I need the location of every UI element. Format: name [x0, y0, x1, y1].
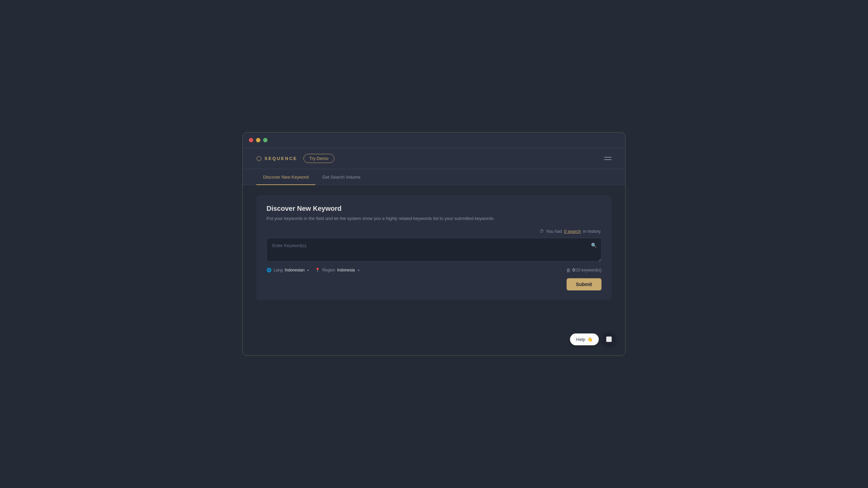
hamburger-menu[interactable]	[604, 157, 612, 160]
lang-label: Lang	[274, 268, 283, 272]
logo: ⬡ SEQUENCE	[256, 155, 297, 162]
keyword-count-unit: keyword(s)	[581, 268, 601, 272]
region-icon: 📍	[315, 268, 320, 272]
options-left: 🌐 Lang Indonesian ▾ 📍 Region Indonesia ▾	[267, 268, 359, 272]
history-count[interactable]: 0 search	[564, 229, 581, 234]
tabs-bar: Discover New Keyword Get Search Volume	[243, 169, 625, 185]
traffic-lights	[249, 138, 268, 142]
logo-icon: ⬡	[256, 155, 262, 162]
keyword-textarea[interactable]	[267, 238, 601, 262]
lang-chevron-icon: ▾	[307, 268, 309, 272]
region-label: Region	[322, 268, 335, 272]
submit-button[interactable]: Submit	[567, 278, 601, 290]
lang-icon: 🌐	[267, 268, 272, 272]
help-button[interactable]: Help 👋	[570, 333, 599, 345]
hamburger-line-1	[604, 157, 612, 158]
clock-icon: ⏱	[539, 229, 544, 234]
tab-search-volume[interactable]: Get Search Volume	[315, 169, 367, 185]
traffic-light-yellow	[256, 138, 260, 142]
keyword-count: 0/10 keyword(s)	[573, 268, 601, 272]
logo-text: SEQUENCE	[264, 156, 297, 161]
search-history-row: ⏱ You had 0 search in history.	[267, 229, 601, 234]
card-title: Discover New Keyword	[267, 205, 601, 212]
navbar: ⬡ SEQUENCE Try Demo	[243, 148, 625, 169]
browser-content: ⬡ SEQUENCE Try Demo Discover New Keyword…	[243, 148, 625, 355]
navbar-left: ⬡ SEQUENCE Try Demo	[256, 154, 334, 163]
browser-window: ⬡ SEQUENCE Try Demo Discover New Keyword…	[242, 132, 626, 356]
history-prefix: You had	[546, 229, 562, 234]
tab-discover-keyword[interactable]: Discover New Keyword	[256, 169, 315, 185]
options-row: 🌐 Lang Indonesian ▾ 📍 Region Indonesia ▾	[267, 268, 601, 273]
keyword-input-wrapper: 🔍 ⌟	[267, 238, 601, 263]
lang-select-group: 🌐 Lang Indonesian ▾	[267, 268, 309, 272]
card-subtitle: Put your keywords in the field and let t…	[267, 215, 601, 222]
keyword-card: Discover New Keyword Put your keywords i…	[256, 195, 612, 300]
keyword-count-max: 10	[576, 268, 580, 272]
try-demo-button[interactable]: Try Demo	[303, 154, 334, 163]
help-widget: Help 👋	[570, 332, 616, 346]
main-content: Discover New Keyword Put your keywords i…	[243, 185, 625, 355]
region-chevron-icon: ▾	[358, 268, 359, 272]
traffic-light-red	[249, 138, 253, 142]
help-label: Help	[576, 337, 585, 342]
search-icon: 🔍	[591, 243, 597, 248]
chat-button[interactable]	[602, 332, 616, 346]
options-right: 🗑 0/10 keyword(s)	[566, 268, 601, 273]
lang-value: Indonesian	[285, 268, 305, 272]
traffic-light-green	[263, 138, 268, 142]
chat-icon	[606, 337, 612, 342]
submit-row: Submit	[267, 278, 601, 290]
hamburger-line-2	[604, 159, 612, 160]
help-emoji-icon: 👋	[587, 337, 593, 342]
history-suffix: in history.	[583, 229, 601, 234]
region-select-group: 📍 Region Indonesia ▾	[315, 268, 359, 272]
resize-handle: ⌟	[599, 258, 600, 262]
browser-titlebar	[243, 133, 625, 148]
trash-icon[interactable]: 🗑	[566, 268, 571, 273]
keyword-count-current: 0	[573, 268, 575, 272]
region-value: Indonesia	[337, 268, 355, 272]
